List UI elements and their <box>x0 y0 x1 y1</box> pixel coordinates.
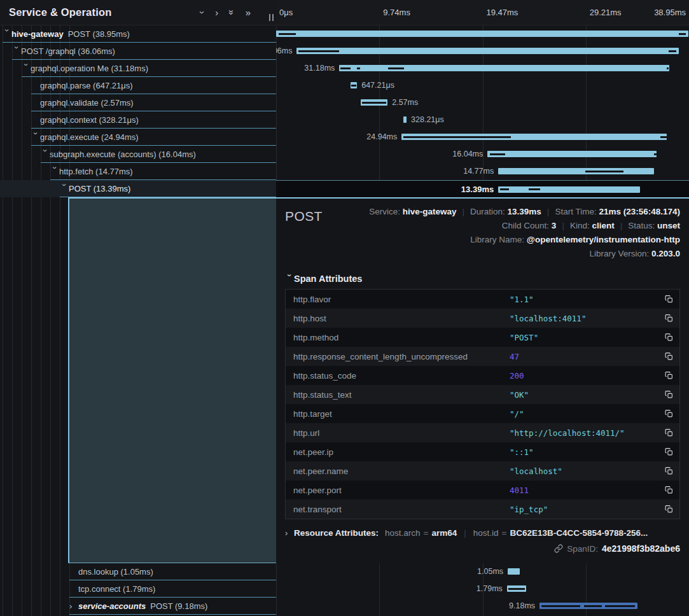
chevron-down-icon[interactable]: › <box>41 150 50 158</box>
resource-attributes-row[interactable]: › Resource Attributes: host.arch=arm64|h… <box>285 528 680 538</box>
waterfall-row[interactable]: 24.94ms <box>276 129 689 146</box>
copy-button[interactable] <box>658 428 679 437</box>
copy-icon[interactable] <box>665 486 673 494</box>
copy-button[interactable] <box>658 409 679 418</box>
span-tree-row[interactable]: ›POST (13.39ms) <box>0 180 276 197</box>
timeline-tick: 29.21ms <box>590 8 622 17</box>
meta-value: 13.39ms <box>508 207 541 216</box>
copy-button[interactable] <box>658 390 679 399</box>
chevron-down-icon[interactable]: › <box>51 167 59 176</box>
expand-one-icon[interactable]: › <box>215 8 218 17</box>
waterfall-row[interactable]: 1.79ms <box>276 580 689 598</box>
span-tree-row[interactable]: dns.lookup (1.05ms) <box>0 563 276 580</box>
waterfall-row[interactable]: 2.57ms <box>276 94 689 111</box>
span-tree-row[interactable]: ›http.fetch (14.77ms) <box>0 163 276 180</box>
child-span-tick <box>654 153 657 155</box>
chevron-down-icon[interactable]: › <box>60 184 69 193</box>
span-tree-row[interactable]: tcp.connect (1.79ms) <box>0 580 276 598</box>
span-attributes-table: http.flavor"1.1"http.host"localhost:4011… <box>285 289 680 519</box>
waterfall-row[interactable]: 36.06ms <box>276 43 689 60</box>
operation-name: graphql.execute (24.94ms) <box>40 132 139 142</box>
waterfall-row[interactable]: 328.21μs <box>276 111 689 129</box>
copy-icon[interactable] <box>665 447 673 456</box>
copy-icon[interactable] <box>665 409 673 418</box>
waterfall-row[interactable]: 16.04ms <box>276 146 689 163</box>
child-span-tick <box>362 102 386 104</box>
meta-value: unset <box>657 221 680 230</box>
copy-icon[interactable] <box>665 314 673 323</box>
span-bar[interactable] <box>403 116 407 123</box>
link-icon[interactable] <box>554 544 563 553</box>
attribute-row: http.flavor"1.1" <box>286 290 679 309</box>
copy-icon[interactable] <box>665 352 673 361</box>
waterfall-row[interactable]: 9.18ms <box>276 598 689 615</box>
copy-icon[interactable] <box>665 428 673 437</box>
copy-button[interactable] <box>658 352 679 361</box>
collapse-all-icon[interactable]: » <box>229 8 234 17</box>
chevron-down-icon[interactable]: › <box>13 46 21 55</box>
attribute-value: "http://localhost:4011/" <box>510 428 658 438</box>
chevron-down-icon[interactable]: › <box>32 132 40 141</box>
duration-label: 36.06ms <box>276 43 292 60</box>
span-tree-row[interactable]: ›graphql.execute (24.94ms) <box>0 129 276 146</box>
copy-icon[interactable] <box>665 466 673 475</box>
copy-button[interactable] <box>658 295 679 304</box>
span-bar[interactable] <box>296 48 679 54</box>
meta-value: 21ms (23:56:48.174) <box>599 207 680 216</box>
attribute-value: "1.1" <box>510 295 658 304</box>
span-bar[interactable] <box>276 31 688 37</box>
span-tree-row[interactable]: ›POST /graphql (36.06ms) <box>0 43 276 60</box>
copy-icon[interactable] <box>665 390 673 399</box>
span-tree-row[interactable]: graphql.context (328.21μs) <box>0 111 276 129</box>
operation-name: dns.lookup (1.05ms) <box>78 567 153 577</box>
span-tree-row[interactable]: graphql.validate (2.57ms) <box>0 94 276 111</box>
child-span-tick <box>660 136 668 138</box>
copy-button[interactable] <box>658 371 679 380</box>
span-bar[interactable] <box>487 151 657 157</box>
child-span-tick <box>351 85 356 87</box>
expand-all-icon[interactable]: » <box>246 8 251 17</box>
meta-separator: | <box>547 207 550 216</box>
copy-button[interactable] <box>658 447 679 456</box>
waterfall-row[interactable] <box>276 25 689 43</box>
child-span-tick <box>279 33 296 35</box>
span-bar[interactable] <box>498 168 654 174</box>
timeline-tick: 9.74ms <box>383 8 410 17</box>
span-tree-row[interactable]: ›subgraph.execute (accounts) (16.04ms) <box>0 146 276 163</box>
duration-label: 16.04ms <box>452 146 483 163</box>
chevron-down-icon[interactable]: › <box>3 29 11 38</box>
collapse-one-icon[interactable]: › <box>201 8 204 17</box>
span-bar[interactable] <box>508 568 520 575</box>
column-resize-handle[interactable] <box>269 14 274 21</box>
copy-button[interactable] <box>658 333 679 342</box>
service-name: service-accounts <box>78 601 146 611</box>
span-tree-rows-top: ›hive-gatewayPOST (38.95ms)›POST /graphq… <box>0 25 276 197</box>
attribute-key: http.response_content_length_uncompresse… <box>286 352 510 361</box>
copy-button[interactable] <box>658 466 679 475</box>
copy-icon[interactable] <box>665 371 673 380</box>
waterfall-row[interactable]: 31.18ms <box>276 60 689 77</box>
attribute-row: http.host"localhost:4011" <box>286 309 679 328</box>
copy-button[interactable] <box>658 486 679 494</box>
trace-viewer: Service & Operation › › » » ›hive-gatewa… <box>0 0 689 616</box>
attribute-value: "ip_tcp" <box>510 505 658 514</box>
span-tree-row[interactable]: ›hive-gatewayPOST (38.95ms) <box>0 25 276 43</box>
attribute-row: net.transport"ip_tcp" <box>286 500 679 519</box>
copy-icon[interactable] <box>665 505 673 514</box>
copy-icon[interactable] <box>665 333 673 342</box>
chevron-right-icon[interactable]: › <box>69 602 78 610</box>
waterfall-row[interactable]: 13.39ms <box>276 180 689 197</box>
chevron-down-icon[interactable]: › <box>22 64 31 73</box>
span-tree-row[interactable]: ›graphql.operation Me (31.18ms) <box>0 60 276 77</box>
copy-icon[interactable] <box>665 295 673 304</box>
span-tree-row[interactable]: graphql.parse (647.21μs) <box>0 77 276 94</box>
waterfall-row[interactable]: 1.05ms <box>276 563 689 580</box>
detail-meta-line: Child Count: 3|Kind: client|Status: unse… <box>369 219 680 233</box>
waterfall-row[interactable]: 647.21μs <box>276 77 689 94</box>
span-tree-row[interactable]: ›service-accountsPOST (9.18ms) <box>0 598 276 615</box>
span-attributes-header[interactable]: › Span Attributes <box>285 274 680 284</box>
copy-button[interactable] <box>658 505 679 514</box>
span-bar[interactable] <box>498 186 640 193</box>
copy-button[interactable] <box>658 314 679 323</box>
waterfall-row[interactable]: 14.77ms <box>276 163 689 180</box>
